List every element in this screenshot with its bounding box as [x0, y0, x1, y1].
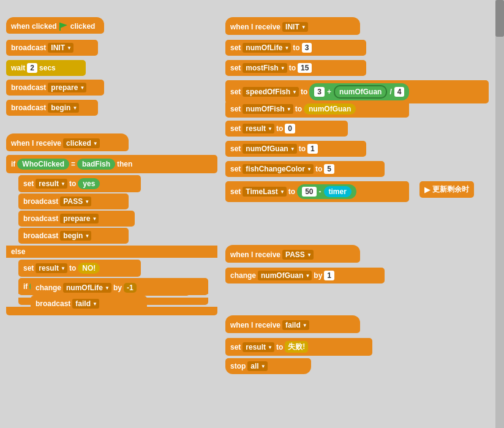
right-arrow-icon: ▶: [424, 186, 430, 194]
begin-dropdown[interactable]: begin: [48, 103, 79, 113]
clicked-text: clicked: [70, 22, 96, 31]
set-nof-label: set: [230, 105, 241, 113]
to-1-label: to: [299, 145, 306, 153]
if-header-block[interactable]: if WhoClicked = badFish then: [6, 155, 217, 173]
minus-label: -: [319, 187, 322, 196]
set-fcc-label: set: [230, 165, 241, 173]
broadcast-prepare-block[interactable]: broadcast prepare: [6, 80, 104, 96]
wait-label: wait: [11, 64, 25, 72]
set-numoffish-block[interactable]: set numOfFish to numOfGuan: [225, 100, 409, 118]
to-0-label: to: [276, 124, 283, 133]
set-result-fail-block[interactable]: set result to 失败!: [225, 338, 372, 356]
val-by1: 1: [324, 271, 334, 280]
yes-value: yes: [78, 178, 100, 189]
scrollbar-thumb[interactable]: [495, 0, 504, 37]
div-label: /: [389, 88, 391, 96]
INIT-dropdown[interactable]: INIT: [48, 43, 73, 53]
set-timelast-block[interactable]: set TimeLast to 50 - timer: [225, 181, 409, 202]
set-nog-label: set: [230, 145, 241, 153]
faild-dropdown[interactable]: faild: [72, 299, 99, 309]
timelast-expr: 50 - timer: [297, 184, 356, 199]
scrollbar[interactable]: [495, 0, 504, 428]
prepare-dropdown[interactable]: prepare: [48, 83, 86, 92]
result-dropdown[interactable]: result: [36, 179, 67, 189]
when-label: when clicked: [11, 22, 57, 31]
timelast-dropdown[interactable]: TimeLast: [243, 187, 286, 197]
set-result-no-block[interactable]: set result to NO!: [18, 260, 141, 277]
svg-marker-0: [60, 23, 67, 28]
when-flag-clicked-block[interactable]: when clicked when clicked clicked: [6, 17, 104, 34]
when-receive-PASS-block[interactable]: when I receive PASS: [225, 245, 360, 263]
all-dropdown[interactable]: all: [247, 361, 267, 371]
clicked-dropdown[interactable]: clicked: [63, 138, 100, 148]
broadcast-begin2-block[interactable]: broadcast begin: [18, 228, 129, 244]
numofguan-val: numOfGuan: [304, 103, 356, 115]
begin2-dropdown[interactable]: begin: [60, 231, 91, 241]
broadcast-PASS-block[interactable]: broadcast PASS: [18, 193, 129, 209]
broadcast-INIT-block[interactable]: broadcast INIT: [6, 40, 98, 56]
pass-dropdown[interactable]: PASS: [60, 197, 91, 206]
no-value: NO!: [78, 263, 100, 274]
equals-label: =: [71, 160, 75, 168]
stop-label: stop: [230, 362, 246, 370]
val-1: 1: [307, 144, 318, 154]
set-result-yes-block[interactable]: set result to yes: [18, 175, 141, 192]
set-result-0-block[interactable]: set result to 0: [225, 121, 348, 137]
change-nog-label: change: [230, 271, 256, 280]
set-no-label: set: [23, 264, 34, 272]
faild-r-dropdown[interactable]: faild: [282, 320, 309, 330]
speedoffish-dropdown[interactable]: speedOfFish: [243, 87, 299, 97]
set-fishchangecolor-block[interactable]: set fishChangeColor to 5: [225, 161, 385, 177]
change-label: change: [36, 283, 61, 292]
val-0: 0: [285, 124, 295, 133]
set-sof-label: set: [230, 88, 241, 96]
pass-r-dropdown[interactable]: PASS: [282, 250, 314, 260]
wait-secs-block[interactable]: wait 2 secs: [6, 60, 86, 76]
numoffish-dropdown[interactable]: numOfFish: [243, 104, 293, 114]
set-mf-label: set: [230, 64, 241, 72]
speed-expr-block: 3 + numOfGuan / 4: [309, 83, 409, 100]
broadcast-label: broadcast: [11, 43, 46, 52]
update-block: ▶ 更新剩余时: [419, 181, 474, 198]
secs-label: secs: [39, 64, 56, 72]
change-numofguan-block[interactable]: change numOfGuan by 1: [225, 268, 385, 283]
numoflife2-dropdown[interactable]: numOfLife: [63, 283, 111, 293]
broadcast-faild-block[interactable]: broadcast faild: [31, 296, 147, 312]
numofguan-r-dropdown[interactable]: numOfGuan: [243, 144, 296, 154]
broadcast-prepare2-block[interactable]: broadcast prepare: [18, 211, 135, 227]
set-mostfish-block[interactable]: set mostFish to 15: [225, 60, 366, 76]
when-i-receive-pass-label: when I receive: [230, 250, 280, 259]
result-no-dropdown[interactable]: result: [36, 263, 67, 273]
broadcast-begin2-label: broadcast: [23, 231, 58, 240]
mostfish-dropdown[interactable]: mostFish: [243, 63, 287, 73]
when-i-receive-init-label: when I receive: [230, 23, 280, 31]
init-r-dropdown[interactable]: INIT: [282, 22, 308, 32]
set-tl-label: set: [230, 187, 241, 196]
by-1-label: by: [314, 271, 322, 280]
val-3: 3: [302, 43, 312, 53]
when-receive-INIT-block[interactable]: when I receive INIT: [225, 17, 360, 35]
result-fail-dropdown[interactable]: result: [243, 342, 274, 352]
val-15: 15: [298, 63, 312, 73]
if-body: set result to yes broadcast PASS broadca…: [18, 173, 217, 246]
numofguan-rp-dropdown[interactable]: numOfGuan: [258, 271, 312, 280]
change-numoflife-block[interactable]: change numOfLife by -1: [31, 280, 190, 296]
fishchangecolor-dropdown[interactable]: fishChangeColor: [243, 164, 314, 174]
when-receive-faild-block[interactable]: when I receive faild: [225, 315, 360, 333]
result-r0-dropdown[interactable]: result: [243, 124, 274, 133]
to-nog-label: to: [295, 105, 302, 113]
broadcast-begin-block[interactable]: broadcast begin: [6, 100, 98, 116]
broadcast-prepare2-label: broadcast: [23, 214, 58, 223]
set-numofguan-block[interactable]: set numOfGuan to 1: [225, 141, 366, 157]
when-receive-clicked-block[interactable]: when I receive clicked: [6, 133, 129, 151]
val50: 50: [302, 187, 316, 197]
set-label: set: [23, 179, 34, 188]
val-5: 5: [324, 164, 334, 174]
to-fail-label: to: [276, 343, 283, 351]
numoflife-r-dropdown[interactable]: numOfLife: [243, 43, 291, 53]
prepare2-dropdown[interactable]: prepare: [60, 214, 99, 223]
stop-all-block[interactable]: stop all: [225, 358, 311, 374]
else-body: set result to NO! if numOfLife > 0 then …: [18, 258, 217, 307]
fail-value: 失败!: [285, 341, 308, 353]
set-numoflife-block[interactable]: set numOfLife to 3: [225, 40, 366, 56]
